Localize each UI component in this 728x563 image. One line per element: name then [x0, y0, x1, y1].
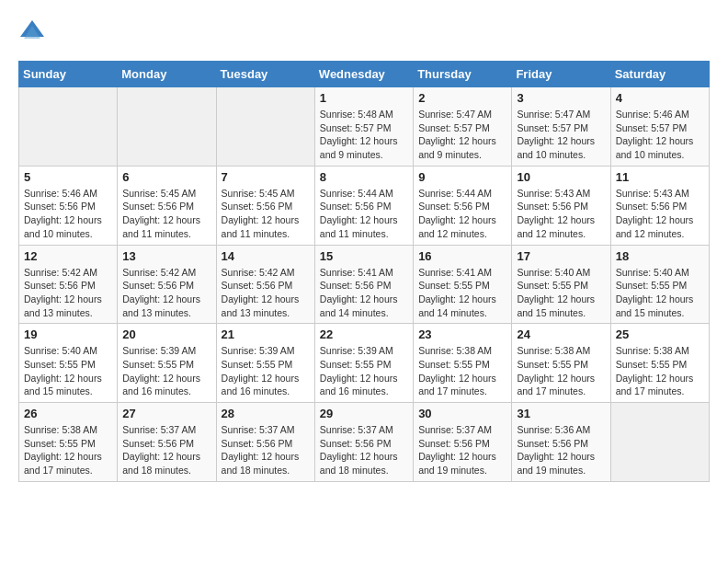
calendar-week-row: 12Sunrise: 5:42 AM Sunset: 5:56 PM Dayli…: [19, 245, 710, 324]
day-number: 23: [418, 327, 506, 341]
header-wednesday: Wednesday: [314, 62, 413, 87]
calendar-cell: 29Sunrise: 5:37 AM Sunset: 5:56 PM Dayli…: [314, 403, 413, 482]
calendar-cell: 17Sunrise: 5:40 AM Sunset: 5:55 PM Dayli…: [512, 245, 610, 324]
header-tuesday: Tuesday: [216, 62, 314, 87]
day-number: 5: [24, 170, 112, 184]
day-info: Sunrise: 5:46 AM Sunset: 5:57 PM Dayligh…: [616, 108, 704, 162]
day-info: Sunrise: 5:36 AM Sunset: 5:56 PM Dayligh…: [517, 423, 605, 477]
calendar-cell: 16Sunrise: 5:41 AM Sunset: 5:55 PM Dayli…: [414, 245, 512, 324]
day-number: 24: [517, 327, 605, 341]
calendar-cell: [19, 87, 118, 167]
day-info: Sunrise: 5:38 AM Sunset: 5:55 PM Dayligh…: [517, 344, 605, 398]
day-number: 28: [222, 407, 310, 420]
day-number: 19: [24, 327, 112, 341]
calendar-cell: 23Sunrise: 5:38 AM Sunset: 5:55 PM Dayli…: [414, 324, 512, 403]
header-monday: Monday: [118, 62, 216, 87]
calendar-cell: 30Sunrise: 5:37 AM Sunset: 5:56 PM Dayli…: [414, 403, 512, 482]
calendar-cell: 10Sunrise: 5:43 AM Sunset: 5:56 PM Dayli…: [512, 166, 610, 245]
day-number: 25: [616, 327, 704, 341]
day-number: 31: [517, 407, 605, 420]
header-saturday: Saturday: [610, 62, 709, 87]
calendar-cell: 8Sunrise: 5:44 AM Sunset: 5:56 PM Daylig…: [314, 166, 413, 245]
calendar-cell: 7Sunrise: 5:45 AM Sunset: 5:56 PM Daylig…: [216, 166, 314, 245]
day-number: 15: [320, 249, 408, 263]
day-number: 7: [222, 170, 310, 184]
header-sunday: Sunday: [19, 62, 118, 87]
day-number: 29: [320, 407, 408, 420]
day-number: 4: [616, 91, 704, 105]
day-info: Sunrise: 5:46 AM Sunset: 5:56 PM Dayligh…: [24, 187, 112, 241]
day-info: Sunrise: 5:44 AM Sunset: 5:56 PM Dayligh…: [320, 187, 408, 241]
calendar-cell: 3Sunrise: 5:47 AM Sunset: 5:57 PM Daylig…: [512, 87, 610, 167]
day-number: 2: [418, 91, 506, 105]
day-info: Sunrise: 5:39 AM Sunset: 5:55 PM Dayligh…: [320, 344, 408, 398]
calendar-cell: 19Sunrise: 5:40 AM Sunset: 5:55 PM Dayli…: [19, 324, 118, 403]
calendar-cell: 4Sunrise: 5:46 AM Sunset: 5:57 PM Daylig…: [610, 87, 709, 167]
calendar-table: SundayMondayTuesdayWednesdayThursdayFrid…: [18, 61, 710, 482]
day-info: Sunrise: 5:45 AM Sunset: 5:56 PM Dayligh…: [122, 187, 210, 241]
day-info: Sunrise: 5:42 AM Sunset: 5:56 PM Dayligh…: [222, 266, 310, 320]
calendar-cell: 12Sunrise: 5:42 AM Sunset: 5:56 PM Dayli…: [19, 245, 118, 324]
day-number: 17: [517, 249, 605, 263]
calendar-cell: 9Sunrise: 5:44 AM Sunset: 5:56 PM Daylig…: [414, 166, 512, 245]
calendar-cell: 14Sunrise: 5:42 AM Sunset: 5:56 PM Dayli…: [216, 245, 314, 324]
calendar-cell: 20Sunrise: 5:39 AM Sunset: 5:55 PM Dayli…: [118, 324, 216, 403]
calendar-cell: [216, 87, 314, 167]
day-info: Sunrise: 5:42 AM Sunset: 5:56 PM Dayligh…: [24, 266, 112, 320]
day-info: Sunrise: 5:40 AM Sunset: 5:55 PM Dayligh…: [616, 266, 704, 320]
day-info: Sunrise: 5:38 AM Sunset: 5:55 PM Dayligh…: [24, 423, 112, 477]
calendar-cell: 5Sunrise: 5:46 AM Sunset: 5:56 PM Daylig…: [19, 166, 118, 245]
day-number: 21: [222, 327, 310, 341]
calendar-cell: 11Sunrise: 5:43 AM Sunset: 5:56 PM Dayli…: [610, 166, 709, 245]
header-friday: Friday: [512, 62, 610, 87]
calendar-cell: 15Sunrise: 5:41 AM Sunset: 5:56 PM Dayli…: [314, 245, 413, 324]
calendar-cell: 18Sunrise: 5:40 AM Sunset: 5:55 PM Dayli…: [610, 245, 709, 324]
calendar-week-row: 1Sunrise: 5:48 AM Sunset: 5:57 PM Daylig…: [19, 87, 710, 167]
day-info: Sunrise: 5:42 AM Sunset: 5:56 PM Dayligh…: [122, 266, 210, 320]
day-number: 6: [122, 170, 210, 184]
day-info: Sunrise: 5:44 AM Sunset: 5:56 PM Dayligh…: [418, 187, 506, 241]
calendar-cell: 2Sunrise: 5:47 AM Sunset: 5:57 PM Daylig…: [414, 87, 512, 167]
day-info: Sunrise: 5:38 AM Sunset: 5:55 PM Dayligh…: [616, 344, 704, 398]
calendar-week-row: 19Sunrise: 5:40 AM Sunset: 5:55 PM Dayli…: [19, 324, 710, 403]
day-info: Sunrise: 5:37 AM Sunset: 5:56 PM Dayligh…: [320, 423, 408, 477]
day-number: 1: [320, 91, 408, 105]
day-number: 20: [122, 327, 210, 341]
calendar-header-row: SundayMondayTuesdayWednesdayThursdayFrid…: [19, 62, 710, 87]
logo: [18, 18, 50, 46]
calendar-cell: 27Sunrise: 5:37 AM Sunset: 5:56 PM Dayli…: [118, 403, 216, 482]
calendar-cell: 26Sunrise: 5:38 AM Sunset: 5:55 PM Dayli…: [19, 403, 118, 482]
day-info: Sunrise: 5:40 AM Sunset: 5:55 PM Dayligh…: [24, 344, 112, 398]
day-info: Sunrise: 5:39 AM Sunset: 5:55 PM Dayligh…: [122, 344, 210, 398]
calendar-week-row: 26Sunrise: 5:38 AM Sunset: 5:55 PM Dayli…: [19, 403, 710, 482]
calendar-cell: 31Sunrise: 5:36 AM Sunset: 5:56 PM Dayli…: [512, 403, 610, 482]
day-info: Sunrise: 5:37 AM Sunset: 5:56 PM Dayligh…: [418, 423, 506, 477]
day-info: Sunrise: 5:39 AM Sunset: 5:55 PM Dayligh…: [222, 344, 310, 398]
calendar-cell: 13Sunrise: 5:42 AM Sunset: 5:56 PM Dayli…: [118, 245, 216, 324]
calendar-week-row: 5Sunrise: 5:46 AM Sunset: 5:56 PM Daylig…: [19, 166, 710, 245]
day-number: 18: [616, 249, 704, 263]
day-info: Sunrise: 5:40 AM Sunset: 5:55 PM Dayligh…: [517, 266, 605, 320]
day-info: Sunrise: 5:47 AM Sunset: 5:57 PM Dayligh…: [517, 108, 605, 162]
day-info: Sunrise: 5:43 AM Sunset: 5:56 PM Dayligh…: [616, 187, 704, 241]
day-number: 12: [24, 249, 112, 263]
page-header: [18, 18, 710, 46]
day-number: 3: [517, 91, 605, 105]
day-number: 16: [418, 249, 506, 263]
day-number: 10: [517, 170, 605, 184]
calendar-cell: 24Sunrise: 5:38 AM Sunset: 5:55 PM Dayli…: [512, 324, 610, 403]
day-number: 13: [122, 249, 210, 263]
day-number: 27: [122, 407, 210, 420]
calendar-cell: 6Sunrise: 5:45 AM Sunset: 5:56 PM Daylig…: [118, 166, 216, 245]
day-info: Sunrise: 5:48 AM Sunset: 5:57 PM Dayligh…: [320, 108, 408, 162]
calendar-cell: [610, 403, 709, 482]
day-info: Sunrise: 5:37 AM Sunset: 5:56 PM Dayligh…: [122, 423, 210, 477]
day-number: 14: [222, 249, 310, 263]
calendar-cell: 28Sunrise: 5:37 AM Sunset: 5:56 PM Dayli…: [216, 403, 314, 482]
day-info: Sunrise: 5:45 AM Sunset: 5:56 PM Dayligh…: [222, 187, 310, 241]
day-info: Sunrise: 5:43 AM Sunset: 5:56 PM Dayligh…: [517, 187, 605, 241]
calendar-cell: 22Sunrise: 5:39 AM Sunset: 5:55 PM Dayli…: [314, 324, 413, 403]
calendar-cell: 1Sunrise: 5:48 AM Sunset: 5:57 PM Daylig…: [314, 87, 413, 167]
day-info: Sunrise: 5:37 AM Sunset: 5:56 PM Dayligh…: [222, 423, 310, 477]
day-number: 11: [616, 170, 704, 184]
